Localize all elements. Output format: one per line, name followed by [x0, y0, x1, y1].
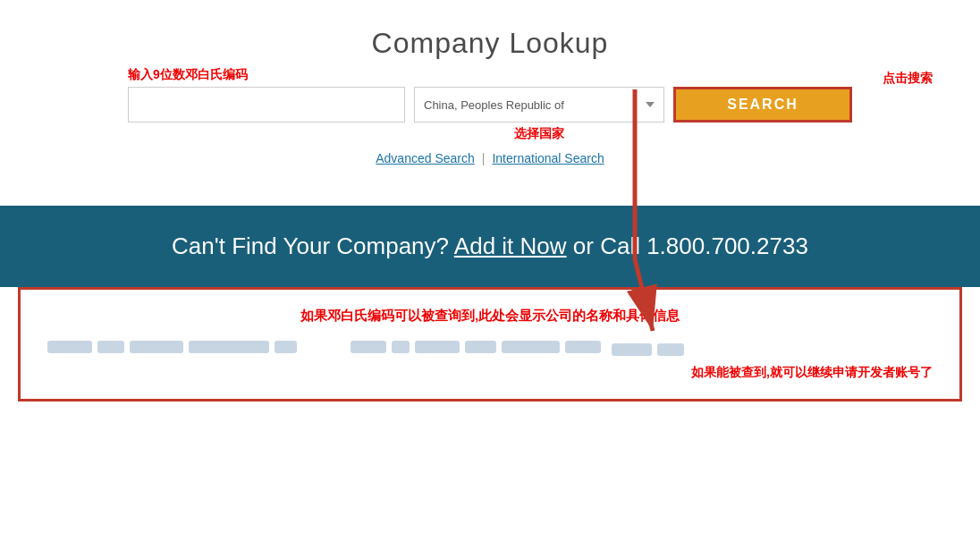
results-annotation: 如果邓白氏编码可以被查询到,此处会显示公司的名称和具体信息 — [47, 308, 933, 325]
duns-input-wrapper: 输入9位数邓白氏编码 — [128, 87, 405, 123]
links-row: Advanced Search | International Search — [376, 151, 604, 165]
international-search-link[interactable]: International Search — [492, 151, 604, 165]
link-separator: | — [482, 151, 486, 165]
blurred-block-left — [47, 338, 297, 356]
results-section: 如果邓白氏编码可以被查询到,此处会显示公司的名称和具体信息 — [18, 287, 962, 402]
blurred-pill — [275, 341, 297, 353]
blurred-pill — [97, 341, 124, 353]
blurred-pill — [189, 341, 269, 353]
page-title: Company Lookup — [0, 27, 980, 60]
blurred-pill — [392, 341, 410, 353]
results-blurred-row — [47, 338, 933, 356]
banner-text: Can't Find Your Company? Add it Now or C… — [36, 232, 944, 260]
duns-label: 输入9位数邓白氏编码 — [128, 67, 248, 83]
search-button-wrapper: SEARCH 点击搜索 — [673, 87, 852, 123]
banner-text-after: or Call 1.800.700.2733 — [573, 232, 808, 259]
blurred-pill — [130, 341, 183, 353]
banner-section: Can't Find Your Company? Add it Now or C… — [0, 206, 980, 287]
blurred-pill — [47, 341, 92, 353]
blurred-block-right — [351, 338, 684, 356]
country-select-wrapper: China, Peoples Republic of 选择国家 — [414, 87, 664, 123]
advanced-search-link[interactable]: Advanced Search — [376, 151, 475, 165]
add-company-link[interactable]: Add it Now — [454, 232, 567, 259]
blurred-pill — [351, 341, 386, 353]
country-select[interactable]: China, Peoples Republic of — [414, 87, 664, 123]
blurred-pill — [502, 341, 560, 353]
page-title-section: Company Lookup — [0, 0, 980, 78]
search-click-label: 点击搜索 — [883, 71, 933, 87]
duns-input[interactable] — [128, 87, 405, 123]
search-row: 输入9位数邓白氏编码 China, Peoples Republic of 选择… — [128, 87, 852, 123]
banner-text-before: Can't Find Your Company? — [172, 232, 449, 259]
search-button[interactable]: SEARCH — [673, 87, 852, 123]
search-section: 输入9位数邓白氏编码 China, Peoples Republic of 选择… — [0, 78, 980, 179]
blurred-pill — [612, 343, 652, 356]
blurred-pill — [565, 341, 601, 353]
results-bottom-note: 如果能被查到,就可以继续申请开发者账号了 — [47, 365, 933, 381]
blurred-pill — [415, 341, 460, 353]
blurred-pill — [657, 343, 684, 356]
country-label: 选择国家 — [514, 126, 564, 142]
main-wrapper: Company Lookup 输入9位数邓白氏编码 China, Peoples… — [0, 0, 980, 402]
blurred-pill — [465, 341, 496, 353]
